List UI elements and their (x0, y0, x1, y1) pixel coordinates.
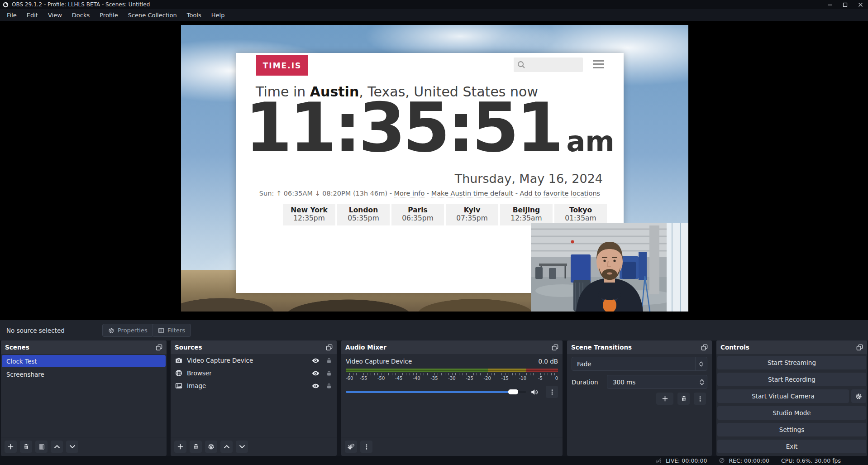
move-source-up-button[interactable] (220, 441, 233, 453)
sources-panel-header[interactable]: Sources (171, 340, 337, 354)
window-title: OBS 29.1.2 - Profile: LLHLS BETA - Scene… (12, 1, 150, 8)
popout-dock-icon[interactable] (326, 344, 333, 351)
channel-menu-button[interactable] (546, 386, 558, 398)
virtual-camera-settings-button[interactable] (851, 389, 866, 403)
exit-button[interactable]: Exit (717, 440, 866, 453)
duration-spinner[interactable]: 300 ms (607, 375, 707, 389)
menu-item-profile[interactable]: Profile (95, 12, 123, 19)
source-item-video-capture-device[interactable]: Video Capture Device (171, 354, 337, 367)
menu-item-file[interactable]: File (2, 12, 22, 19)
move-scene-down-button[interactable] (66, 441, 78, 453)
transition-menu-button[interactable] (694, 393, 706, 405)
meter-tick: -60 (346, 376, 353, 381)
controls-list: Start StreamingStart RecordingStart Virt… (717, 356, 866, 453)
scene-item-clock-test[interactable]: Clock Test (2, 355, 166, 367)
scenes-panel: Scenes Clock TestScreenshare (1, 340, 167, 456)
menu-item-tools[interactable]: Tools (182, 12, 206, 19)
volume-slider-handle[interactable] (508, 389, 518, 394)
gear-icon (108, 327, 114, 334)
start-virtual-camera-button[interactable]: Start Virtual Camera (717, 389, 849, 403)
remove-transition-button[interactable] (677, 393, 690, 405)
advanced-audio-button[interactable] (345, 441, 357, 453)
start-recording-button[interactable]: Start Recording (717, 373, 866, 386)
add-source-button[interactable] (174, 441, 186, 453)
city-paris[interactable]: Paris 06:35pm (391, 204, 444, 225)
lock-icon[interactable] (326, 370, 332, 377)
minimize-button[interactable] (822, 0, 837, 9)
popout-dock-icon[interactable] (701, 344, 708, 351)
audio-mixer-header[interactable]: Audio Mixer (341, 340, 563, 354)
mixer-toolbar (341, 437, 563, 456)
city-kyiv[interactable]: Kyiv 07:35pm (446, 204, 498, 225)
popout-dock-icon[interactable] (156, 344, 162, 351)
lock-icon[interactable] (326, 357, 332, 364)
popout-dock-icon[interactable] (856, 344, 863, 351)
move-source-down-button[interactable] (236, 441, 248, 453)
timeis-logo[interactable]: TIME.IS (256, 55, 308, 76)
properties-button[interactable]: Properties (102, 324, 153, 337)
scene-item-screenshare[interactable]: Screenshare (2, 368, 166, 380)
filters-button[interactable]: Filters (152, 324, 191, 337)
remove-source-button[interactable] (190, 441, 202, 453)
title-bar[interactable]: OBS 29.1.2 - Profile: LLHLS BETA - Scene… (0, 0, 868, 9)
lock-icon[interactable] (326, 383, 332, 389)
mixer-menu-button[interactable] (360, 441, 372, 453)
link-make-austin-time-default[interactable]: Make Austin time default (431, 190, 513, 197)
remove-scene-button[interactable] (20, 441, 32, 453)
preview-canvas[interactable]: TIME.IS Time in Austin, Texas, United St… (181, 25, 688, 312)
move-scene-up-button[interactable] (51, 441, 63, 453)
settings-button[interactable]: Settings (717, 423, 866, 436)
city-time: 12:35pm (283, 214, 335, 222)
controls-panel: Controls Start StreamingStart RecordingS… (716, 340, 867, 456)
meter-tick: -10 (519, 376, 526, 381)
context-bar: No source selected Properties Filters (0, 320, 868, 340)
source-item-image[interactable]: Image (171, 379, 337, 392)
close-button[interactable] (853, 0, 868, 9)
visibility-eye-icon[interactable] (312, 357, 320, 364)
visibility-eye-icon[interactable] (312, 369, 320, 377)
source-item-browser[interactable]: Browser (171, 367, 337, 379)
search-input[interactable] (514, 58, 583, 72)
meter-tick-labels: -60-55-50-45-40-35-30-25-20-15-10-50 (346, 376, 558, 382)
menu-item-view[interactable]: View (43, 12, 67, 19)
select-chevrons-icon (695, 357, 707, 370)
popout-dock-icon[interactable] (552, 344, 558, 351)
webcam-overlay (531, 223, 688, 312)
speaker-icon[interactable] (530, 388, 539, 396)
controls-header[interactable]: Controls (716, 340, 867, 354)
add-transition-button[interactable] (656, 393, 673, 405)
add-scene-button[interactable] (5, 441, 17, 453)
volume-slider[interactable] (346, 391, 526, 393)
city-london[interactable]: London 05:35pm (337, 204, 390, 225)
transitions-header[interactable]: Scene Transitions (567, 340, 712, 354)
hamburger-menu-icon[interactable] (593, 60, 604, 68)
maximize-button[interactable] (837, 0, 853, 9)
scenes-panel-header[interactable]: Scenes (1, 340, 167, 354)
menu-item-help[interactable]: Help (206, 12, 230, 19)
transition-select[interactable]: Fade (572, 357, 707, 371)
studio-mode-button[interactable]: Studio Mode (717, 406, 866, 420)
scene-filters-button[interactable] (35, 441, 48, 453)
clock-display: 11:35:51 am (236, 94, 624, 162)
link-add-to-favorite-locations[interactable]: Add to favorite locations (520, 190, 601, 197)
source-properties-button[interactable] (205, 441, 217, 453)
menu-item-edit[interactable]: Edit (22, 12, 43, 19)
menu-item-scene-collection[interactable]: Scene Collection (123, 12, 182, 19)
image-icon (175, 382, 182, 389)
spinner-chevrons-icon[interactable] (700, 379, 704, 385)
city-beijing[interactable]: Beijing 12:35am (500, 204, 553, 225)
city-time: 12:35am (500, 214, 553, 222)
meter-tick: -30 (448, 376, 455, 381)
source-label: Browser (187, 369, 212, 377)
menu-item-docks[interactable]: Docks (67, 12, 95, 19)
clock-ampm: am (566, 125, 614, 158)
city-tokyo[interactable]: Tokyo 01:35am (554, 204, 607, 225)
mixer-channel-name: Video Capture Device (346, 358, 412, 365)
visibility-eye-icon[interactable] (312, 382, 320, 390)
city-new-york[interactable]: New York 12:35pm (283, 204, 335, 225)
link-more-info[interactable]: More info (394, 190, 425, 197)
start-streaming-button[interactable]: Start Streaming (717, 356, 866, 369)
rec-status: REC: 00:00:00 (719, 457, 769, 464)
city-name: Beijing (500, 206, 553, 214)
scenes-toolbar (1, 437, 167, 456)
